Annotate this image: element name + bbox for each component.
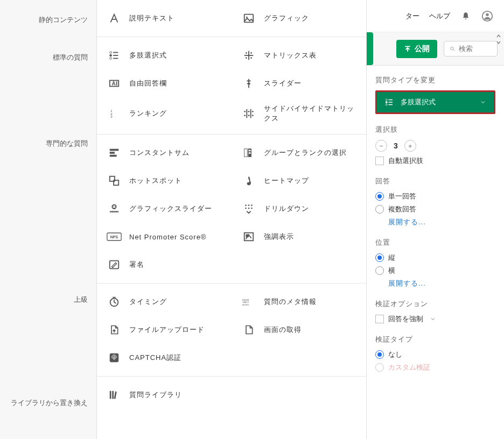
type-label: グループとランクの選択 bbox=[264, 148, 347, 158]
type-label: グラフィック bbox=[264, 13, 309, 23]
horizontal-radio[interactable]: 横 bbox=[375, 266, 495, 275]
help-link[interactable]: ヘルプ bbox=[429, 11, 450, 21]
radio-icon bbox=[375, 205, 384, 214]
user-avatar-icon[interactable] bbox=[481, 10, 493, 22]
radio-label: なし bbox=[388, 350, 402, 359]
svg-rect-31 bbox=[110, 152, 115, 154]
expand-position-link[interactable]: 展開する... bbox=[388, 279, 495, 288]
svg-point-71 bbox=[486, 13, 489, 16]
svg-line-73 bbox=[453, 49, 454, 51]
choices-count: 3 bbox=[394, 141, 398, 150]
type-label: ファイルアップロード bbox=[129, 325, 205, 335]
svg-rect-33 bbox=[244, 149, 248, 157]
svg-rect-57 bbox=[246, 234, 249, 237]
svg-point-72 bbox=[451, 47, 453, 49]
svg-point-74 bbox=[386, 99, 387, 101]
radio-icon bbox=[375, 266, 384, 275]
type-label: ランキング bbox=[129, 109, 167, 118]
search-box[interactable] bbox=[444, 41, 498, 56]
svg-point-28 bbox=[248, 115, 250, 116]
slider-icon bbox=[241, 76, 256, 91]
type-label: グラフィックスライダー bbox=[129, 204, 212, 214]
category-specialized[interactable]: 専門的な質問 bbox=[0, 126, 96, 282]
svg-rect-32 bbox=[110, 155, 117, 157]
qtype-selected-label: 多肢選択式 bbox=[401, 97, 436, 107]
type-constant-sum[interactable]: コンスタントサム bbox=[97, 139, 232, 167]
increment-button[interactable]: + bbox=[404, 140, 416, 152]
list-radio-icon bbox=[107, 48, 122, 63]
force-response-label: 回答を強制 bbox=[388, 314, 423, 324]
category-static[interactable]: 静的コンテンツ bbox=[0, 0, 96, 40]
svg-point-10 bbox=[246, 52, 247, 54]
type-group-rank[interactable]: グループとランクの選択 bbox=[232, 139, 366, 167]
svg-point-27 bbox=[244, 115, 246, 116]
validation-custom-radio[interactable]: カスタム検証 bbox=[375, 363, 495, 372]
action-bar-accent bbox=[367, 32, 373, 65]
type-timing[interactable]: タイミング bbox=[97, 288, 232, 316]
force-response-checkbox[interactable] bbox=[375, 315, 384, 323]
type-slider[interactable]: スライダー bbox=[232, 69, 366, 97]
svg-point-40 bbox=[113, 206, 114, 207]
timer-icon bbox=[107, 294, 122, 309]
type-screen-capture[interactable]: 画面の取得 bbox=[232, 316, 366, 344]
radio-label: 横 bbox=[388, 266, 395, 275]
type-captcha[interactable]: CAPTCHA認証 bbox=[97, 344, 232, 372]
auto-choices-checkbox[interactable] bbox=[375, 157, 384, 165]
fingerprint-icon bbox=[107, 350, 122, 365]
highlight-icon bbox=[241, 229, 256, 244]
choices-title: 選択肢 bbox=[375, 125, 495, 134]
svg-point-2 bbox=[110, 52, 112, 54]
multi-answer-radio[interactable]: 複数回答 bbox=[375, 204, 495, 214]
auto-choices-row[interactable]: 自動選択肢 bbox=[375, 156, 495, 166]
svg-text:01101: 01101 bbox=[242, 303, 249, 306]
search-input[interactable] bbox=[459, 45, 492, 53]
type-question-library[interactable]: 質問ライブラリ bbox=[97, 381, 232, 409]
validation-none-radio[interactable]: なし bbox=[375, 350, 495, 359]
category-advanced[interactable]: 上級 bbox=[0, 282, 96, 385]
type-label: ドリルダウン bbox=[264, 204, 309, 214]
type-graphic[interactable]: グラフィック bbox=[232, 4, 366, 32]
type-file-upload[interactable]: ファイルアップロード bbox=[97, 316, 232, 344]
publish-button[interactable]: 公開 bbox=[396, 40, 437, 58]
vertical-radio[interactable]: 縦 bbox=[375, 253, 495, 263]
type-label: ヒートマップ bbox=[264, 176, 309, 186]
type-side-by-side[interactable]: サイドバイサイドマトリックス bbox=[232, 97, 366, 130]
radio-label: 複数回答 bbox=[388, 204, 416, 214]
type-label: 自由回答欄 bbox=[129, 79, 167, 88]
expand-answers-link[interactable]: 展開する... bbox=[388, 217, 495, 227]
type-hotspot[interactable]: ホットスポット bbox=[97, 167, 232, 195]
type-label: 質問ライブラリ bbox=[129, 390, 182, 400]
vertical-scrollbar[interactable] bbox=[494, 33, 503, 45]
type-multiple-choice[interactable]: 多肢選択式 bbox=[97, 41, 232, 69]
type-text-entry[interactable]: 自由回答欄 bbox=[97, 69, 232, 97]
type-meta[interactable]: 001001001101101 質問のメタ情報 bbox=[232, 288, 366, 316]
type-ranking[interactable]: 123 ランキング bbox=[97, 97, 232, 130]
chevron-down-icon bbox=[480, 99, 486, 105]
type-drilldown[interactable]: ドリルダウン bbox=[232, 195, 366, 223]
type-heatmap[interactable]: ヒートマップ bbox=[232, 167, 366, 195]
svg-point-4 bbox=[110, 58, 112, 60]
bell-icon[interactable] bbox=[460, 10, 472, 22]
question-type-select[interactable]: 多肢選択式 bbox=[375, 90, 495, 114]
svg-text:3: 3 bbox=[110, 115, 113, 118]
svg-rect-35 bbox=[249, 150, 251, 152]
type-descriptive-text[interactable]: 説明テキスト bbox=[97, 4, 232, 32]
type-label: 署名 bbox=[129, 260, 144, 270]
top-link-partial[interactable]: ター bbox=[405, 11, 419, 21]
category-standard[interactable]: 標準の質問 bbox=[0, 40, 96, 126]
file-icon bbox=[241, 322, 256, 337]
drilldown-icon bbox=[241, 201, 256, 216]
type-matrix[interactable]: マトリックス表 bbox=[232, 41, 366, 69]
svg-point-75 bbox=[386, 102, 387, 103]
type-nps[interactable]: NPS Net Promoter Score® bbox=[97, 223, 232, 251]
single-answer-radio[interactable]: 単一回答 bbox=[375, 192, 495, 201]
type-graphic-slider[interactable]: グラフィックスライダー bbox=[97, 195, 232, 223]
type-signature[interactable]: 署名 bbox=[97, 251, 232, 279]
svg-point-51 bbox=[245, 208, 247, 209]
type-label: 説明テキスト bbox=[129, 13, 174, 23]
type-highlight[interactable]: 強調表示 bbox=[232, 223, 366, 251]
category-library[interactable]: ライブラリから置き換え bbox=[0, 385, 96, 416]
decrement-button[interactable]: − bbox=[375, 140, 387, 152]
settings-panel: 質問タイプを変更 多肢選択式 選択肢 − 3 + 自動選択肢 bbox=[367, 66, 504, 439]
force-response-row[interactable]: 回答を強制 bbox=[375, 314, 495, 324]
